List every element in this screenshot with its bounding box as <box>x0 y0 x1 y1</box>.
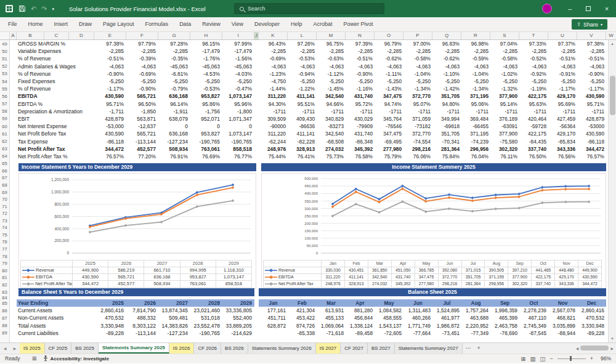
row-header[interactable]: 67 <box>0 174 9 182</box>
row-header[interactable]: 79 <box>0 260 9 267</box>
cell[interactable]: -1.76% <box>190 55 222 62</box>
cell[interactable]: -1.43% <box>375 85 403 92</box>
cell[interactable] <box>10 100 17 108</box>
cell[interactable]: 76.41% <box>288 153 317 160</box>
cell[interactable]: 428,879 <box>577 115 606 123</box>
cell[interactable]: -5,250 <box>519 78 548 85</box>
cell[interactable]: 1,073,147 <box>222 130 254 137</box>
cell[interactable]: -85,338 <box>288 330 317 337</box>
cell[interactable] <box>10 137 17 145</box>
cell[interactable]: -1,850 <box>126 108 158 115</box>
cell[interactable]: -113,144 <box>126 330 158 337</box>
cell[interactable] <box>254 100 259 108</box>
cell[interactable]: -4,063 <box>461 63 490 70</box>
column-header-k[interactable]: K <box>259 32 288 39</box>
cell[interactable]: -5,250 <box>490 78 519 85</box>
cell[interactable]: -5,250 <box>548 78 577 85</box>
cell[interactable]: 77.20% <box>126 153 158 160</box>
cell[interactable]: 3,330,948 <box>577 322 606 330</box>
column-header-e[interactable]: E <box>94 32 126 39</box>
cell[interactable]: 453,422 <box>288 314 317 322</box>
cell[interactable]: 411,141 <box>288 92 317 100</box>
cell[interactable]: 455,133 <box>317 314 346 322</box>
cell[interactable]: -79909 <box>346 123 375 130</box>
cell[interactable]: -5,250 <box>317 78 346 85</box>
cell[interactable]: 372,770 <box>403 92 432 100</box>
cell[interactable]: -0.39% <box>126 55 158 62</box>
column-header-n[interactable]: N <box>346 32 375 39</box>
cell[interactable] <box>254 47 259 55</box>
cell[interactable]: 97.38% <box>577 40 606 47</box>
cell[interactable]: -4,063 <box>490 63 519 70</box>
cell[interactable] <box>10 314 17 322</box>
cell[interactable]: -84,435 <box>519 137 548 145</box>
cell[interactable]: -2,285 <box>548 47 577 55</box>
cell[interactable]: -2,285 <box>461 47 490 55</box>
row-header[interactable]: 71 <box>0 203 9 210</box>
cell[interactable]: % of Revenue <box>17 55 94 62</box>
cell[interactable]: Dec <box>577 299 606 307</box>
cell[interactable]: 8,303,122 <box>126 322 158 330</box>
row-header[interactable]: 72 <box>0 210 9 217</box>
cell[interactable]: -4,063 <box>346 63 375 70</box>
page-layout-view-icon[interactable]: ▥ <box>530 355 536 362</box>
cell[interactable]: -53000 <box>577 123 606 130</box>
cell[interactable]: -5,250 <box>190 78 222 85</box>
cell[interactable]: 376,189 <box>490 115 519 123</box>
user-avatar[interactable] <box>542 4 552 14</box>
cell[interactable]: Jun <box>403 299 432 307</box>
cell[interactable]: -1,756 <box>190 108 222 115</box>
cell[interactable] <box>10 70 17 78</box>
menu-tab-insert[interactable]: Insert <box>49 17 74 31</box>
cell[interactable]: -1711 <box>346 108 375 115</box>
normal-view-icon[interactable]: ⊞ <box>521 355 526 362</box>
cell[interactable]: 76.57% <box>94 153 126 160</box>
cell[interactable]: 3,035,899 <box>548 322 577 330</box>
cell[interactable]: -0.58% <box>490 55 519 62</box>
cell[interactable]: 429,170 <box>548 92 577 100</box>
cell[interactable]: -1,711 <box>94 108 126 115</box>
cell[interactable]: Total Assets <box>17 322 94 330</box>
cell[interactable]: -127,234 <box>158 137 190 145</box>
cell[interactable]: 953,827 <box>190 130 222 137</box>
cell[interactable]: 0 <box>222 123 254 130</box>
row-header[interactable]: 82 <box>0 281 9 289</box>
cell[interactable]: 763,061 <box>190 145 222 153</box>
column-header-q[interactable]: Q <box>432 32 461 39</box>
cell[interactable]: 565,721 <box>126 130 158 137</box>
cell[interactable] <box>10 63 17 70</box>
cell[interactable]: -5,250 <box>288 78 317 85</box>
cell[interactable]: 75.44% <box>259 153 288 160</box>
cell[interactable]: 1,771,749 <box>403 322 432 330</box>
cell[interactable]: -0.58% <box>403 55 432 62</box>
cell[interactable]: 75.73% <box>317 153 346 160</box>
cell[interactable] <box>254 322 259 330</box>
accessibility-status[interactable]: Accessibility: Investigate <box>43 355 110 362</box>
cell[interactable]: 431,740 <box>346 92 375 100</box>
cell[interactable]: -78,690 <box>490 330 519 337</box>
cell[interactable]: 14,383,826 <box>158 322 190 330</box>
cell[interactable]: 95.06% <box>461 100 490 108</box>
cell[interactable]: -4.53% <box>190 70 222 78</box>
cell[interactable]: -2,285 <box>375 47 403 55</box>
row-header[interactable]: 75 <box>0 232 9 239</box>
cell[interactable]: 430,029 <box>346 115 375 123</box>
cell[interactable]: -75,580 <box>490 137 519 145</box>
restore-button[interactable] <box>579 0 598 17</box>
sheet-tab-is-2026[interactable]: IS 2026 <box>169 343 195 354</box>
row-header[interactable]: 88 <box>0 322 10 330</box>
cell[interactable]: -2,285 <box>158 47 190 55</box>
cell[interactable]: -62,244 <box>259 137 288 145</box>
cell[interactable]: Current Assets <box>17 307 94 314</box>
cell[interactable]: 638,079 <box>158 115 190 123</box>
cell[interactable]: 2026 <box>126 299 158 307</box>
cell[interactable]: 1,073,147 <box>222 92 254 100</box>
cell[interactable]: 97.04% <box>490 40 519 47</box>
cell[interactable]: -5,250 <box>432 78 461 85</box>
menu-tab-page-layout[interactable]: Page Layout <box>97 17 140 31</box>
cell[interactable]: 409,430 <box>288 115 317 123</box>
close-button[interactable]: × <box>598 0 616 17</box>
cell[interactable]: 97.28% <box>158 40 190 47</box>
cell[interactable]: 23,552,478 <box>190 322 222 330</box>
row-header[interactable]: 86 <box>0 307 10 314</box>
